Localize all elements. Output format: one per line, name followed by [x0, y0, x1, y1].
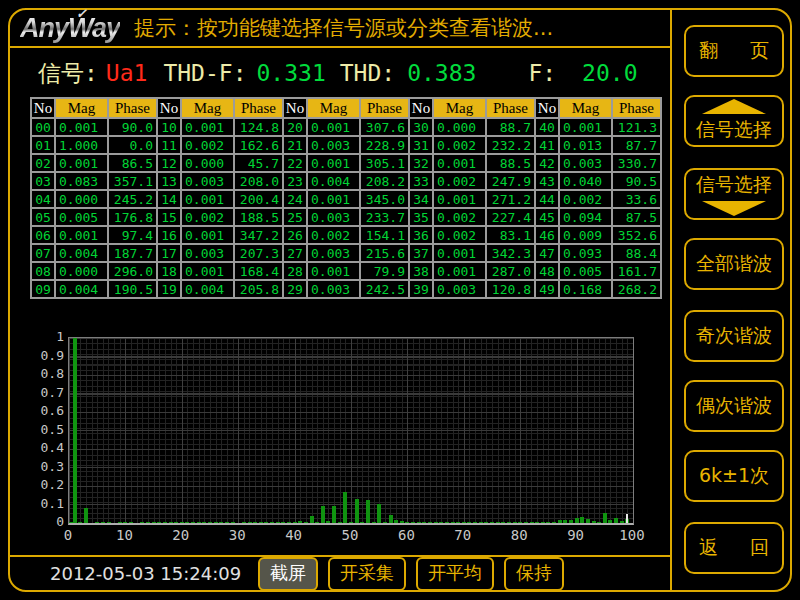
6k-plus-minus-1-button[interactable]: 6k±1次: [684, 450, 784, 502]
phase-cell: 79.9: [360, 262, 409, 280]
phase-cell: 121.3: [612, 118, 661, 136]
no-cell: 37: [409, 244, 433, 262]
bottom-buttons: 截屏开采集开平均保持: [258, 557, 564, 591]
button-label: 返回: [686, 535, 782, 561]
harmonic-bar: [242, 522, 246, 523]
harmonic-bar: [439, 522, 443, 523]
harmonic-bar: [146, 522, 150, 523]
no-cell: 04: [31, 190, 55, 208]
phase-cell: 161.7: [612, 262, 661, 280]
phase-cell: 87.5: [612, 208, 661, 226]
col-header-mag: Mag: [181, 98, 234, 118]
y-tick-label: 0.2: [41, 477, 64, 492]
harmonics-bar-chart: [68, 337, 634, 525]
page-turn-button[interactable]: 翻页: [684, 25, 784, 77]
even-harmonics-button[interactable]: 偶次谐波: [684, 380, 784, 432]
phase-cell: 207.3: [234, 244, 283, 262]
phase-cell: 124.8: [234, 118, 283, 136]
x-tick-label: 30: [229, 527, 246, 543]
harmonic-bar: [389, 515, 393, 524]
mag-cell: 0.004: [307, 172, 360, 190]
phase-cell: 190.5: [108, 280, 157, 298]
no-cell: 06: [31, 226, 55, 244]
harmonic-bar: [417, 522, 421, 523]
mag-cell: 0.001: [181, 262, 234, 280]
harmonic-bar: [298, 521, 302, 523]
harmonic-bar: [270, 522, 274, 523]
mag-cell: 0.003: [307, 280, 360, 298]
all-harmonics-button[interactable]: 全部谐波: [684, 238, 784, 290]
phase-cell: 342.3: [486, 244, 535, 262]
mag-cell: 0.003: [307, 244, 360, 262]
no-cell: 30: [409, 118, 433, 136]
harmonic-bar: [152, 522, 156, 523]
harmonic-bar: [445, 522, 449, 523]
mag-cell: 0.002: [181, 208, 234, 226]
harmonic-bar: [501, 522, 505, 523]
button-label: 信号选择: [696, 172, 772, 198]
no-cell: 26: [283, 226, 307, 244]
harmonic-bar: [592, 521, 596, 523]
signal-select-down-button[interactable]: 信号选择: [684, 168, 784, 220]
no-cell: 36: [409, 226, 433, 244]
harmonic-bar: [411, 522, 415, 523]
no-cell: 12: [157, 154, 181, 172]
start-acquire-button[interactable]: 开采集: [328, 557, 406, 591]
signal-select-up-button[interactable]: 信号选择: [684, 95, 784, 147]
harmonic-bar: [394, 520, 398, 523]
table-row: 080.000296.0180.001168.4280.00179.9380.0…: [31, 262, 661, 280]
no-cell: 46: [535, 226, 559, 244]
harmonic-bar: [343, 492, 347, 523]
table-row: 030.083357.1130.003208.0230.004208.2330.…: [31, 172, 661, 190]
x-tick-label: 60: [398, 527, 415, 543]
col-header-mag: Mag: [55, 98, 108, 118]
y-tick-label: 0.7: [41, 385, 64, 400]
harmonic-bar: [253, 522, 257, 523]
no-cell: 47: [535, 244, 559, 262]
harmonic-bar: [259, 522, 263, 523]
arrow-down-icon: [702, 201, 766, 216]
mag-cell: 0.002: [433, 226, 486, 244]
x-tick-label: 80: [511, 527, 528, 543]
top-status-bar: AnyWay✓ 提示：按功能键选择信号源或分类查看谐波...: [10, 10, 670, 48]
harmonic-bar: [231, 522, 235, 523]
mag-cell: 0.003: [307, 208, 360, 226]
table-row: 070.004187.7170.003207.3270.003215.6370.…: [31, 244, 661, 262]
harmonic-bar: [569, 520, 573, 523]
no-cell: 42: [535, 154, 559, 172]
harmonic-bar: [422, 522, 426, 523]
harmonic-bar: [518, 522, 522, 523]
phase-cell: 247.9: [486, 172, 535, 190]
harmonic-bar: [456, 522, 460, 523]
harmonic-bar: [372, 522, 376, 523]
harmonic-bar: [383, 522, 387, 523]
harmonic-bar: [214, 522, 218, 523]
phase-cell: 228.9: [360, 136, 409, 154]
hold-button[interactable]: 保持: [504, 557, 564, 591]
mag-cell: 0.002: [433, 208, 486, 226]
mag-cell: 0.000: [55, 190, 108, 208]
col-header-phase: Phase: [108, 98, 157, 118]
button-label: 全部谐波: [696, 251, 772, 277]
start-average-button[interactable]: 开平均: [416, 557, 494, 591]
odd-harmonics-button[interactable]: 奇次谐波: [684, 310, 784, 362]
harmonic-bar: [349, 522, 353, 523]
screenshot-button[interactable]: 截屏: [258, 557, 318, 591]
no-cell: 48: [535, 262, 559, 280]
table-header-row: NoMagPhaseNoMagPhaseNoMagPhaseNoMagPhase…: [31, 98, 661, 118]
return-button[interactable]: 返回: [684, 522, 784, 574]
harmonic-bar: [530, 522, 534, 523]
phase-cell: 88.5: [486, 154, 535, 172]
no-cell: 33: [409, 172, 433, 190]
phase-cell: 86.5: [108, 154, 157, 172]
harmonic-bar: [473, 522, 477, 523]
no-cell: 28: [283, 262, 307, 280]
phase-cell: 271.2: [486, 190, 535, 208]
button-label: 偶次谐波: [696, 393, 772, 419]
harmonic-bar: [524, 522, 528, 523]
no-cell: 17: [157, 244, 181, 262]
harmonic-bar: [400, 521, 404, 523]
mag-cell: 0.009: [559, 226, 612, 244]
harmonic-bar: [163, 522, 167, 523]
harmonic-bar: [513, 522, 517, 523]
